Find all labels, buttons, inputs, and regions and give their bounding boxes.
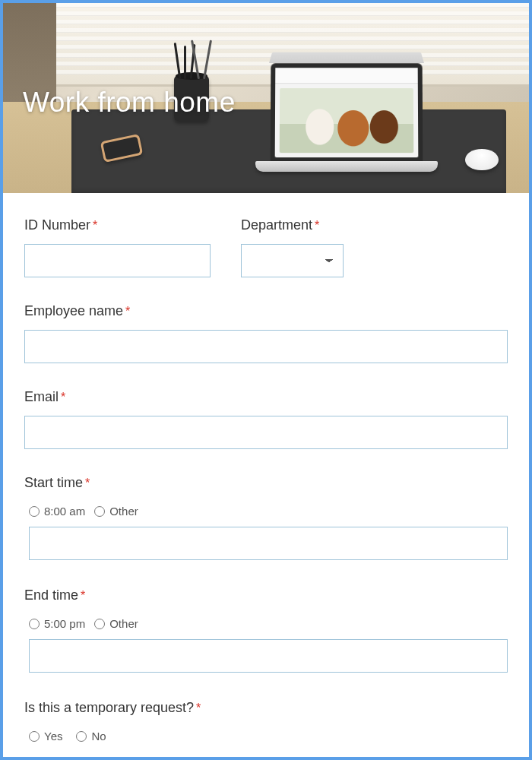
radio-label: Yes [44,730,62,743]
label-text: Start time [24,475,83,490]
label-email: Email* [24,389,508,405]
label-temporary: Is this a temporary request?* [24,700,508,716]
label-text: Email [24,389,59,404]
field-id-number: ID Number* [24,217,211,277]
form-page: Work from home ID Number* Department* Em… [0,0,532,760]
field-department: Department* [241,217,427,277]
radio-temp-yes[interactable]: Yes [29,730,62,743]
hero-scissors-icon [198,40,205,79]
required-mark: * [93,219,97,232]
input-end-other[interactable] [29,639,508,673]
hero-pen-icon [184,46,186,79]
required-mark: * [61,391,65,404]
label-text: Employee name [24,303,123,318]
required-mark: * [85,477,90,489]
radio-end-500pm[interactable]: 5:00 pm [29,617,85,630]
hero-mouse-icon [465,149,499,170]
input-employee-name[interactable] [24,330,508,363]
form-body: ID Number* Department* Employee name* Em… [3,193,529,760]
label-id-number: ID Number* [24,217,211,233]
radio-label: Other [109,505,138,518]
input-email[interactable] [24,416,508,449]
input-start-other[interactable] [29,527,508,560]
radio-input[interactable] [29,731,40,742]
form-title: Work from home [23,87,236,119]
select-department[interactable] [241,244,344,277]
hero-laptop [255,63,438,172]
radio-input[interactable] [76,731,87,742]
field-employee-name: Employee name* [24,303,508,363]
radio-start-800am[interactable]: 8:00 am [29,505,85,518]
radio-input[interactable] [94,619,105,629]
radio-start-other[interactable]: Other [94,505,138,518]
label-employee-name: Employee name* [24,303,508,319]
required-mark: * [125,305,130,318]
required-mark: * [315,219,319,232]
radio-end-other[interactable]: Other [94,617,138,630]
label-text: ID Number [24,217,90,233]
hero-image: Work from home [3,3,529,193]
radio-label: 5:00 pm [44,617,85,630]
radio-input[interactable] [29,619,40,629]
radio-temp-no[interactable]: No [76,730,106,743]
radio-label: Other [109,617,138,630]
label-text: Department [241,217,312,233]
radio-input[interactable] [94,506,105,517]
radio-label: No [91,730,106,743]
field-temporary: Is this a temporary request?* Yes No [24,700,508,743]
field-email: Email* [24,389,508,449]
label-text: Is this a temporary request? [24,700,194,715]
radio-input[interactable] [29,506,40,517]
label-department: Department* [241,217,427,233]
label-end-time: End time* [24,587,508,603]
field-start-time: Start time* 8:00 am Other [24,475,508,560]
label-text: End time [24,587,78,603]
input-id-number[interactable] [24,244,211,277]
field-end-time: End time* 5:00 pm Other [24,587,508,673]
label-start-time: Start time* [24,475,508,491]
radio-label: 8:00 am [44,505,85,518]
required-mark: * [81,589,85,602]
required-mark: * [196,701,201,714]
